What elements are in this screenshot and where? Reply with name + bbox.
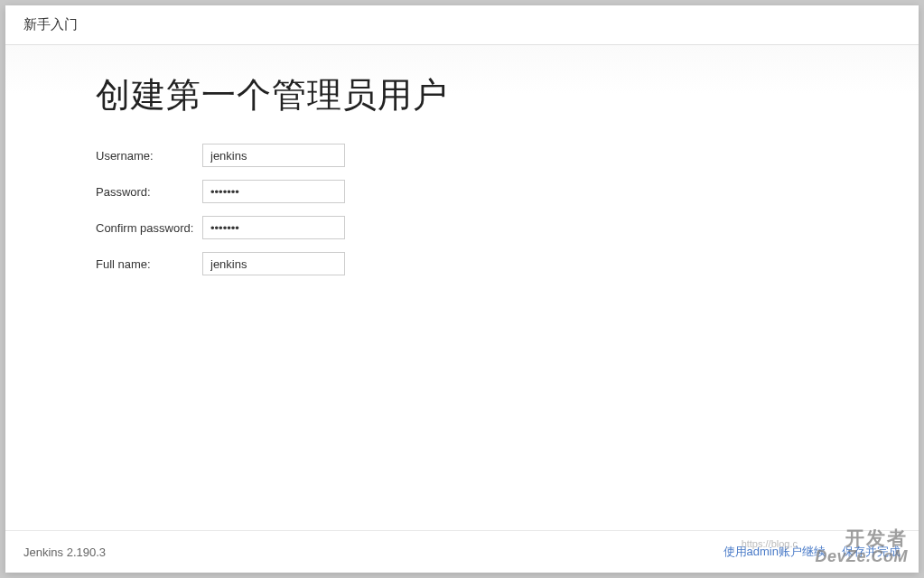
version-text: Jenkins 2.190.3 [23,545,106,559]
username-row: Username: [96,144,828,167]
window-footer: Jenkins 2.190.3 使用admin账户继续 保存并完成 [5,530,919,573]
confirm-password-input[interactable] [202,216,345,239]
page-title: 创建第一个管理员用户 [96,72,828,118]
header-title: 新手入门 [23,16,78,32]
confirm-password-label: Confirm password: [96,221,202,235]
password-input[interactable] [202,180,345,203]
continue-as-admin-link[interactable]: 使用admin账户继续 [723,544,826,560]
confirm-password-row: Confirm password: [96,216,828,239]
content-area: 创建第一个管理员用户 Username: Password: Confirm p… [5,45,919,530]
setup-wizard-window: 新手入门 创建第一个管理员用户 Username: Password: Conf… [5,5,919,573]
fullname-row: Full name: [96,252,828,275]
fullname-label: Full name: [96,257,202,271]
footer-actions: 使用admin账户继续 保存并完成 [723,544,901,560]
password-row: Password: [96,180,828,203]
username-label: Username: [96,149,202,163]
save-and-finish-link[interactable]: 保存并完成 [842,544,901,560]
username-input[interactable] [202,144,345,167]
window-header: 新手入门 [5,5,919,45]
fullname-input[interactable] [202,252,345,275]
password-label: Password: [96,185,202,199]
